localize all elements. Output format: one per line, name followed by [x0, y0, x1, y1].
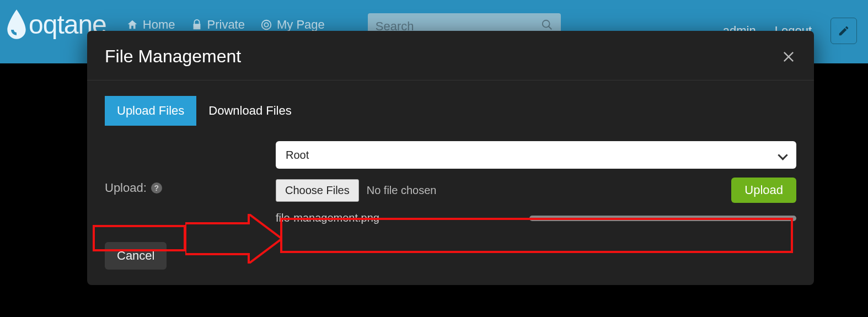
close-button[interactable] [781, 49, 796, 65]
upload-label: Upload: ? [105, 178, 276, 195]
nav-label: Home [143, 18, 175, 32]
upload-button[interactable]: Upload [731, 178, 796, 203]
nav-label: My Page [277, 18, 325, 32]
tabs: Upload Files Download Files [87, 80, 814, 126]
help-icon[interactable]: ? [151, 182, 162, 194]
file-management-modal: File Management Upload Files Download Fi… [87, 31, 814, 285]
lock-icon [191, 19, 203, 31]
folder-select[interactable]: Root [276, 141, 796, 169]
tab-download-files[interactable]: Download Files [196, 96, 303, 126]
tab-upload-files[interactable]: Upload Files [105, 96, 196, 126]
upload-label-text: Upload: [105, 181, 147, 195]
upload-progress-bar [529, 216, 796, 221]
uploading-filename: file-management.png [276, 212, 518, 224]
edit-button[interactable] [831, 18, 857, 44]
home-icon [126, 19, 138, 31]
svg-point-0 [262, 20, 271, 30]
nav-label: Private [207, 18, 245, 32]
svg-point-1 [264, 23, 268, 26]
choose-files-button[interactable]: Choose Files [276, 179, 359, 202]
nav-mypage[interactable]: My Page [260, 18, 325, 32]
pencil-icon [838, 25, 850, 37]
no-file-chosen-text: No file chosen [367, 184, 437, 197]
modal-header: File Management [87, 31, 814, 80]
close-icon [781, 49, 796, 65]
nav-private[interactable]: Private [191, 18, 245, 32]
chevron-down-icon [778, 150, 787, 160]
svg-point-2 [543, 20, 550, 28]
droplet-icon [6, 9, 28, 40]
target-icon [260, 19, 272, 31]
folder-selected-value: Root [286, 149, 309, 162]
nav-home[interactable]: Home [126, 18, 175, 32]
modal-title: File Management [105, 46, 241, 67]
cancel-button[interactable]: Cancel [105, 242, 167, 270]
svg-line-3 [549, 26, 552, 30]
